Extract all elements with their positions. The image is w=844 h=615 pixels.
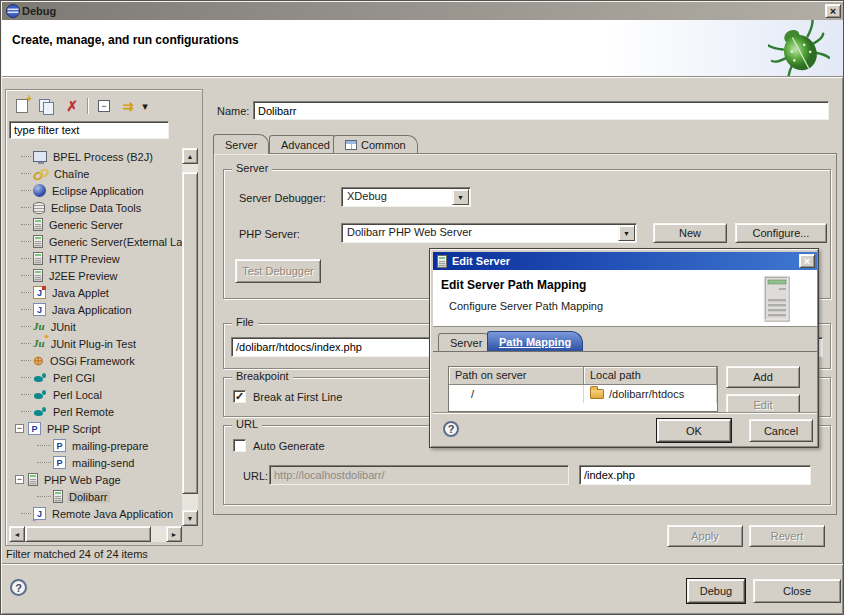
path-on-server-cell: / (449, 385, 584, 403)
tree-item-perl-local[interactable]: Perl Local (9, 386, 182, 403)
ok-button[interactable]: OK (657, 419, 731, 442)
new-configuration-button[interactable] (11, 96, 33, 116)
tree-expand-toggle[interactable]: − (15, 475, 24, 484)
window-close-button[interactable]: × (825, 4, 841, 18)
edit-server-close-button[interactable]: × (799, 254, 815, 268)
tree-item-http-preview[interactable]: HTTP Preview (9, 250, 182, 267)
tree-guide-line (21, 360, 31, 361)
path-mapping-table[interactable]: Path on server Local path //dolibarr/htd… (448, 366, 718, 412)
tree-item-java-applet[interactable]: JJava Applet (9, 284, 182, 301)
tree-item-label: BPEL Process (B2J) (51, 151, 155, 163)
path-mapping-row[interactable]: //dolibarr/htdocs (449, 385, 717, 403)
tab-common[interactable]: Common (333, 135, 418, 153)
server-debugger-combo[interactable]: XDebug ▼ (341, 187, 471, 207)
name-label: Name: (217, 105, 249, 117)
duplicate-configuration-button[interactable] (35, 96, 57, 116)
filter-launch-button[interactable]: ⇉ (117, 96, 139, 116)
scroll-right-button[interactable]: ► (166, 526, 182, 542)
test-debugger-button[interactable]: Test Debugger (235, 259, 321, 283)
tree-item-php-script[interactable]: −PPHP Script (9, 420, 182, 437)
server-icon (33, 218, 43, 231)
edit-dialog-help-button[interactable]: ? (443, 421, 459, 437)
tree-expand-toggle[interactable]: − (15, 424, 24, 433)
column-header-path-on-server[interactable]: Path on server (449, 367, 584, 385)
debug-button[interactable]: Debug (687, 579, 745, 603)
url-path-input[interactable] (579, 465, 811, 485)
tree-item-label: Dolibarr (67, 491, 110, 503)
edit-dialog-tab-server[interactable]: Server (438, 333, 494, 351)
tree-item-bpel-process-b2j[interactable]: BPEL Process (B2J) (9, 148, 182, 165)
tree-item-remote-java-application[interactable]: JRemote Java Application (9, 505, 182, 522)
configure-server-button[interactable]: Configure... (735, 223, 827, 243)
tree-item-osgi-framework[interactable]: ⊕OSGi Framework (9, 352, 182, 369)
tree-item-mailing-send[interactable]: Pmailing-send (9, 454, 182, 471)
tree-item-j2ee-preview[interactable]: J2EE Preview (9, 267, 182, 284)
tree-item-junit[interactable]: JuJUnit (9, 318, 182, 335)
tree-guide-line (21, 275, 31, 276)
hscroll-thumb[interactable] (25, 526, 151, 542)
tree-item-mailing-prepare[interactable]: Pmailing-prepare (9, 437, 182, 454)
tree-item-dolibarr[interactable]: Dolibarr (9, 488, 182, 505)
tab-advanced[interactable]: Advanced (269, 135, 342, 153)
configurations-panel: ✗ − ⇉ ▾ BPEL Process (B2J)ChaîneEclipse … (5, 89, 203, 546)
toolbar-menu-dropdown[interactable]: ▾ (139, 96, 151, 116)
tree-guide-line (21, 258, 31, 259)
tree-item-cha-ne[interactable]: Chaîne (9, 165, 182, 182)
server-tower-image (759, 275, 795, 323)
delete-configuration-button[interactable]: ✗ (61, 96, 83, 116)
java-icon: J (33, 303, 46, 316)
folder-icon (590, 389, 604, 399)
vscroll-thumb[interactable] (182, 172, 198, 494)
window-titlebar[interactable]: Debug × (2, 2, 844, 20)
name-input[interactable] (253, 101, 829, 120)
tree-item-label: Java Application (50, 304, 134, 316)
server-icon (53, 490, 63, 503)
tab-common-label: Common (361, 139, 406, 151)
scroll-down-button[interactable]: ▼ (182, 510, 198, 526)
tree-item-php-web-page[interactable]: −PHP Web Page (9, 471, 182, 488)
path-mapping-tab-rule (433, 351, 817, 352)
column-header-local-path[interactable]: Local path (584, 367, 717, 385)
tree-item-generic-server[interactable]: Generic Server (9, 216, 182, 233)
file-group-title: File (232, 316, 258, 328)
tree-guide-line (21, 224, 31, 225)
filter-input[interactable] (9, 121, 169, 139)
chain-icon (33, 168, 48, 179)
tree-item-generic-server-external-la[interactable]: Generic Server(External La (9, 233, 182, 250)
edit-dialog-tab-path-mapping[interactable]: Path Mapping (487, 331, 583, 351)
scroll-up-button[interactable]: ▲ (182, 148, 198, 164)
tree-item-eclipse-data-tools[interactable]: Eclipse Data Tools (9, 199, 182, 216)
tree-item-perl-remote[interactable]: Perl Remote (9, 403, 182, 420)
edit-server-title: Edit Server (452, 255, 510, 267)
scroll-left-button[interactable]: ◄ (9, 526, 25, 542)
apply-button[interactable]: Apply (667, 525, 743, 547)
perl-icon (33, 388, 47, 401)
tab-server[interactable]: Server (213, 134, 269, 154)
collapse-all-button[interactable]: − (93, 96, 115, 116)
server-icon (437, 255, 447, 268)
footer-separator (2, 563, 844, 565)
auto-generate-checkbox[interactable] (233, 439, 246, 452)
banner-title: Create, manage, and run configurations (12, 33, 239, 47)
tree-item-label: Remote Java Application (50, 508, 175, 520)
help-button[interactable]: ? (10, 579, 27, 596)
close-button[interactable]: Close (753, 579, 841, 603)
new-server-button[interactable]: New (653, 223, 727, 243)
tree-item-label: Perl CGI (51, 372, 97, 384)
tree-guide-line (21, 292, 31, 293)
add-mapping-button[interactable]: Add (726, 366, 800, 388)
edit-server-titlebar[interactable]: Edit Server × (433, 252, 817, 270)
tree-item-java-application[interactable]: JJava Application (9, 301, 182, 318)
cancel-button[interactable]: Cancel (749, 419, 813, 442)
php-server-combo[interactable]: Dolibarr PHP Web Server ▼ (341, 223, 637, 243)
tree-item-junit-plug-in-test[interactable]: JuJUnit Plug-in Test (9, 335, 182, 352)
tree-item-eclipse-application[interactable]: Eclipse Application (9, 182, 182, 199)
combo-arrow-icon[interactable]: ▼ (618, 225, 635, 241)
combo-arrow-icon[interactable]: ▼ (452, 189, 469, 205)
tree-guide-line (21, 343, 31, 344)
tree-item-perl-cgi[interactable]: Perl CGI (9, 369, 182, 386)
server-icon (33, 252, 43, 265)
revert-button[interactable]: Revert (749, 525, 825, 547)
perl-icon (33, 405, 47, 418)
break-at-first-line-checkbox[interactable]: ✓ (233, 390, 246, 403)
